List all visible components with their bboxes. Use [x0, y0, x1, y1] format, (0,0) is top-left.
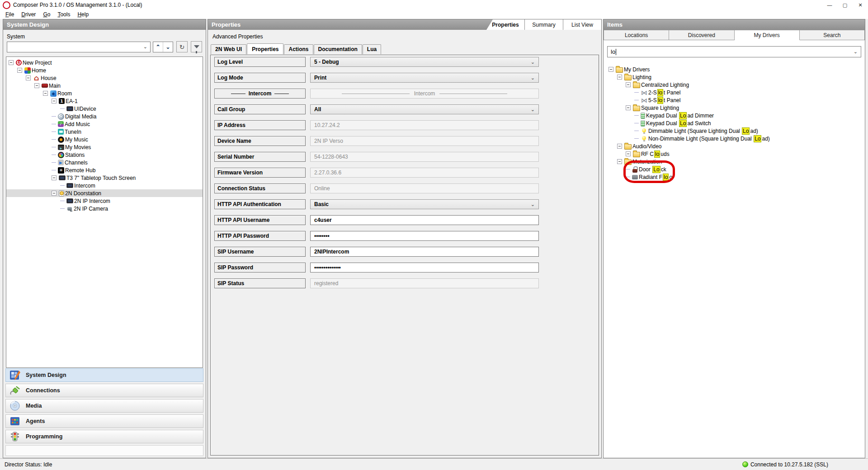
tree-item[interactable]: 2N Doorstation [6, 189, 203, 197]
tree-item[interactable]: Stations [6, 151, 203, 159]
nav-button-agents[interactable]: Agents [5, 414, 203, 428]
tree-connector [634, 115, 639, 116]
tree-item[interactable]: My Drivers [606, 66, 864, 73]
nav-button-system-design[interactable]: System Design [5, 368, 203, 382]
tree-item[interactable]: Keypad Dual Load Switch [606, 119, 864, 127]
search-next-button[interactable]: ⌄ [163, 42, 173, 52]
nav-button-label: Connections [26, 387, 60, 394]
tree-item[interactable]: My Music [6, 136, 203, 143]
tree-item[interactable]: Dimmable Light (Square Lighting Dual Loa… [606, 127, 864, 135]
field-select-log-level[interactable]: 5 - Debug⌄ [310, 57, 539, 67]
tree-item[interactable]: EA-1 [6, 97, 203, 105]
tree-item[interactable]: UIDevice [6, 105, 203, 113]
tree-item[interactable]: Keypad Dual Load Dimmer [606, 112, 864, 119]
tree-item[interactable]: Home [6, 66, 203, 74]
agents-icon [9, 416, 20, 427]
chevron-down-icon: ⌄ [854, 49, 858, 55]
search-previous-button[interactable]: ⌃ [153, 42, 163, 52]
driver-tab-actions[interactable]: Actions [284, 44, 313, 54]
field-select-log-mode[interactable]: Print⌄ [310, 73, 539, 83]
expander-icon[interactable] [52, 175, 57, 180]
tree-item[interactable]: Audio/Video [606, 142, 864, 150]
menu-item-driver[interactable]: Driver [18, 10, 39, 19]
minimize-button[interactable]: — [822, 0, 837, 10]
expander-icon[interactable] [9, 60, 14, 65]
expander-icon[interactable] [626, 151, 631, 156]
tree-item[interactable]: Main [6, 82, 203, 89]
field-select-http-api-authentication[interactable]: Basic⌄ [310, 199, 539, 209]
nav-button-media[interactable]: Media [5, 399, 203, 413]
field-value-text: 54-1228-0643 [314, 154, 348, 160]
view-tab-summary[interactable]: Summary [524, 19, 563, 30]
tree-item[interactable]: 2N IP Intercom [6, 197, 203, 205]
nav-button-programming[interactable]: Programming [5, 430, 203, 443]
tree-item[interactable]: T3 7" Tabletop Touch Screen [6, 174, 203, 182]
tree-item[interactable]: 2N IP Camera [6, 205, 203, 212]
expander-icon[interactable] [617, 159, 622, 164]
tree-item[interactable]: 2-Slot Panel [606, 89, 864, 96]
tree-item[interactable]: House [6, 74, 203, 82]
expander-icon[interactable] [617, 75, 622, 80]
tree-item[interactable]: My Movies [6, 143, 203, 151]
menu-item-file[interactable]: File [2, 10, 18, 19]
touch-screen-icon [66, 198, 73, 203]
expander-icon[interactable] [52, 191, 57, 196]
driver-tab-2n-web-ui[interactable]: 2N Web UI [211, 44, 246, 54]
refresh-button[interactable]: ↻ [176, 41, 188, 52]
items-tab-search[interactable]: Search [800, 30, 865, 40]
expander-icon[interactable] [43, 91, 48, 96]
items-tab-discovered[interactable]: Discovered [669, 30, 734, 40]
view-tab-list-view[interactable]: List View [563, 19, 601, 30]
expander-icon[interactable] [609, 67, 613, 72]
expander-icon[interactable] [34, 83, 39, 88]
field-label: SIP Username [214, 247, 306, 257]
tree-item[interactable]: 5-Slot Panel [606, 96, 864, 104]
connection-status-text: Connected to 10.27.5.182 (SSL) [750, 461, 828, 468]
field-text-http-api-password[interactable]: •••••••• [310, 231, 539, 241]
driver-tab-lua[interactable]: Lua [363, 44, 381, 54]
tree-item-label: T3 7" Tabletop Touch Screen [66, 175, 136, 181]
tree-item[interactable]: Square Lighting [606, 104, 864, 112]
field-select-call-group[interactable]: All⌄ [310, 104, 539, 114]
folder-icon [624, 144, 632, 150]
tree-item[interactable]: Centralized Lighting [606, 81, 864, 89]
tree-item[interactable]: Non-Dimmable Light (Square Lighting Dual… [606, 135, 864, 142]
field-text-http-api-username[interactable]: c4user [310, 215, 539, 225]
view-tab-properties[interactable]: Properties [486, 19, 524, 30]
expander-icon[interactable] [26, 75, 31, 80]
tree-item[interactable]: Remote Hub [6, 166, 203, 174]
items-search-combobox[interactable]: lo ⌄ [607, 46, 861, 57]
nav-button-connections[interactable]: Connections [5, 384, 203, 397]
tree-item[interactable]: Lighting [606, 73, 864, 81]
tree-item[interactable]: Intercom [6, 182, 203, 189]
menu-item-help[interactable]: Help [74, 10, 92, 19]
field-text-sip-username[interactable]: 2NIPIntercom [310, 247, 539, 257]
maximize-button[interactable]: ▢ [837, 0, 853, 10]
close-button[interactable]: ✕ [853, 0, 868, 10]
tree-item[interactable]: Channels [6, 159, 203, 166]
driver-tab-properties[interactable]: Properties [247, 43, 283, 54]
touch-screen-icon [59, 175, 66, 180]
tree-item-label: 5-Slot Panel [648, 97, 680, 103]
tree-item[interactable]: RF Clouds [606, 150, 864, 158]
driver-tab-documentation[interactable]: Documentation [314, 44, 362, 54]
menu-item-go[interactable]: Go [39, 10, 54, 19]
tree-item[interactable]: TuneIn [6, 128, 203, 136]
field-text-sip-password[interactable]: •••••••••••••• [310, 263, 539, 273]
expander-icon[interactable] [17, 68, 22, 73]
tree-item[interactable]: New Project [6, 59, 203, 66]
expander-icon[interactable] [626, 82, 631, 87]
menu-item-tools[interactable]: Tools [54, 10, 74, 19]
expander-icon[interactable] [626, 105, 631, 110]
tree-item-label: Keypad Dual Load Dimmer [646, 113, 714, 119]
tree-connector [634, 92, 639, 93]
expander-icon[interactable] [617, 144, 622, 149]
tree-item[interactable]: Room [6, 89, 203, 97]
items-tab-locations[interactable]: Locations [604, 30, 669, 40]
filter-button[interactable] [191, 41, 202, 52]
tree-item[interactable]: Digital Media [6, 113, 203, 120]
expander-icon[interactable] [52, 99, 57, 103]
tree-item[interactable]: Add Music [6, 120, 203, 128]
items-tab-my-drivers[interactable]: My Drivers [735, 30, 800, 40]
system-search-combobox[interactable]: ⌄ [7, 42, 151, 52]
